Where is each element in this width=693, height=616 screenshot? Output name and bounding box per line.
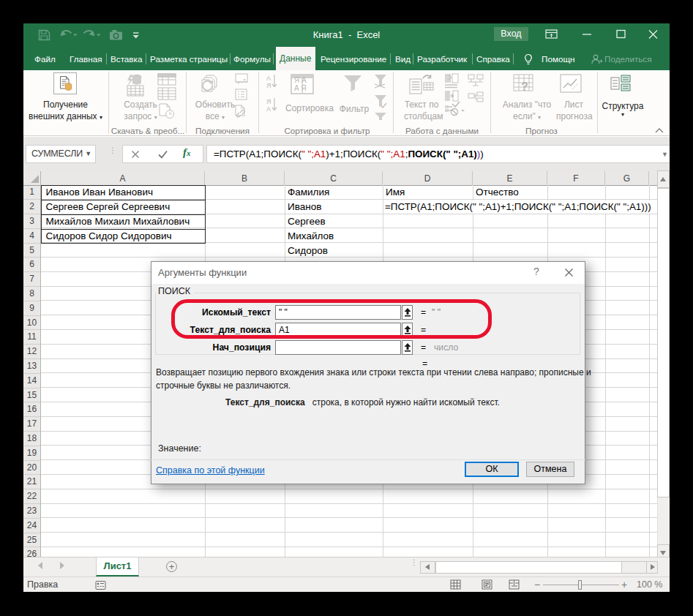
svg-text:Я: Я <box>266 82 271 89</box>
svg-text:?: ? <box>521 80 528 93</box>
svg-text:А: А <box>266 105 271 113</box>
svg-text:Я А: Я А <box>294 76 307 84</box>
svg-text:Я: Я <box>266 98 271 105</box>
svg-text:А Я: А Я <box>294 84 307 92</box>
svg-text:А: А <box>266 75 271 82</box>
